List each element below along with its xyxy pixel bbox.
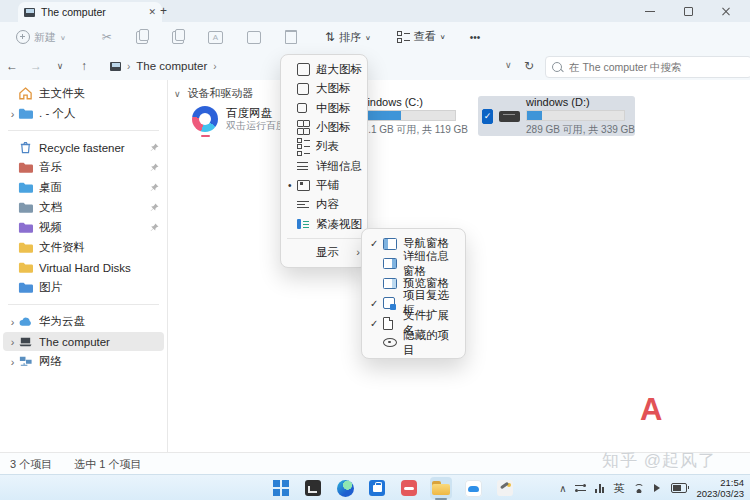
menu-item-small-icons[interactable]: 小图标 bbox=[285, 118, 363, 137]
breadcrumb[interactable]: › The computer › bbox=[110, 60, 217, 72]
back-icon[interactable]: ← bbox=[0, 59, 24, 73]
sidebar-item-recycle[interactable]: Recycle fastener bbox=[14, 138, 164, 157]
search-box[interactable] bbox=[545, 56, 750, 78]
file-explorer-button[interactable] bbox=[430, 477, 452, 499]
sidebar-item-home[interactable]: 主文件夹 bbox=[14, 84, 164, 103]
battery-icon[interactable] bbox=[671, 483, 687, 493]
list-icon bbox=[297, 136, 310, 158]
submenu-item-hidden-items[interactable]: 隐藏的项目 bbox=[366, 333, 461, 353]
equalizer-icon[interactable] bbox=[575, 482, 586, 494]
folder-icon bbox=[18, 106, 33, 121]
wifi-icon[interactable] bbox=[633, 484, 645, 493]
menu-divider bbox=[287, 238, 361, 239]
red-app-button[interactable] bbox=[398, 477, 420, 499]
clock[interactable]: 21:54 2023/03/23 bbox=[696, 477, 744, 499]
cloud-app-icon bbox=[465, 480, 482, 497]
start-button[interactable] bbox=[270, 477, 292, 499]
search-input[interactable] bbox=[567, 60, 745, 74]
small-icons-grid-icon bbox=[297, 120, 308, 135]
store-button[interactable] bbox=[366, 477, 388, 499]
address-dropdown-chevron[interactable]: ∨ bbox=[505, 60, 512, 70]
minimize-button[interactable] bbox=[644, 5, 656, 17]
tab-close-icon[interactable]: ✕ bbox=[148, 7, 156, 17]
rename-icon: A bbox=[208, 31, 223, 44]
sidebar-item-pictures[interactable]: 图片 bbox=[14, 278, 164, 297]
refresh-icon[interactable]: ↻ bbox=[524, 59, 534, 73]
menu-item-show[interactable]: 显示 › bbox=[285, 243, 363, 262]
up-icon[interactable]: ↑ bbox=[72, 59, 96, 73]
menu-item-medium-icons[interactable]: 中图标 bbox=[285, 99, 363, 118]
submenu-item-details-pane[interactable]: 详细信息窗格 bbox=[366, 254, 461, 274]
sidebar-item-music[interactable]: 音乐 bbox=[14, 158, 164, 177]
new-tab-button[interactable]: + bbox=[160, 4, 167, 18]
cut-button[interactable]: ✂ bbox=[96, 30, 118, 44]
sort-button[interactable]: ⇅ 排序 ∨ bbox=[319, 30, 377, 45]
menu-item-list[interactable]: 列表 bbox=[285, 137, 363, 156]
recent-locations-chevron[interactable]: ∨ bbox=[48, 61, 72, 71]
menu-item-compact-view[interactable]: 紧凑视图 bbox=[285, 214, 363, 233]
menu-item-content[interactable]: 内容 bbox=[285, 195, 363, 214]
bird-app-button[interactable] bbox=[494, 477, 516, 499]
expand-chevron-icon[interactable]: › bbox=[7, 108, 18, 120]
folder-icon bbox=[18, 180, 33, 195]
more-options-button[interactable]: ••• bbox=[464, 32, 487, 43]
expand-chevron-icon[interactable]: › bbox=[7, 336, 18, 348]
file-explorer-icon bbox=[432, 481, 450, 495]
sidebar-item-huawei-cloud[interactable]: › 华为云盘 bbox=[3, 312, 164, 331]
sidebar-item-desktop[interactable]: 桌面 bbox=[14, 178, 164, 197]
sidebar-item-videos[interactable]: 视频 bbox=[14, 218, 164, 237]
pin-icon bbox=[149, 162, 160, 173]
view-button[interactable]: 查看 ∨ bbox=[391, 29, 452, 44]
close-button[interactable] bbox=[720, 5, 732, 17]
ime-indicator[interactable]: 英 bbox=[613, 481, 624, 496]
file-extensions-icon bbox=[383, 317, 393, 330]
copy-button[interactable] bbox=[130, 31, 154, 44]
menu-item-details[interactable]: 详细信息 bbox=[285, 156, 363, 175]
navigation-pane-icon bbox=[383, 238, 397, 250]
menu-item-large-icons[interactable]: 大图标 bbox=[285, 79, 363, 98]
item-checkbox[interactable]: ✓ bbox=[482, 109, 493, 124]
sidebar-item-this-pc[interactable]: › The computer bbox=[3, 332, 164, 351]
large-icon bbox=[297, 83, 309, 95]
edge-icon bbox=[337, 480, 354, 497]
delete-button[interactable] bbox=[279, 30, 303, 44]
share-button[interactable] bbox=[241, 31, 267, 44]
medium-icon bbox=[297, 103, 307, 113]
hidden-icons-chevron[interactable]: ∧ bbox=[559, 483, 566, 494]
network-icon bbox=[18, 354, 33, 369]
forward-icon[interactable]: → bbox=[24, 59, 48, 73]
edge-button[interactable] bbox=[334, 477, 356, 499]
sidebar-item-filedata[interactable]: 文件资料 bbox=[14, 238, 164, 257]
search-icon bbox=[552, 62, 562, 72]
dark-app-button[interactable] bbox=[302, 477, 324, 499]
sidebar-item-network[interactable]: › 网络 bbox=[3, 352, 164, 371]
menu-item-extra-large-icons[interactable]: 超大图标 bbox=[285, 60, 363, 79]
section-header[interactable]: ∨ 设备和驱动器 bbox=[174, 86, 254, 101]
paste-button[interactable] bbox=[166, 31, 190, 44]
item-count: 3 个项目 bbox=[10, 457, 52, 472]
drive-d-tile[interactable]: ✓ windows (D:) 289 GB 可用, 共 339 GB bbox=[478, 96, 635, 136]
cloud-app-button[interactable] bbox=[462, 477, 484, 499]
cloud-icon bbox=[18, 314, 33, 329]
share-icon bbox=[247, 31, 261, 44]
sidebar-item-virtual-hard-disks[interactable]: Virtual Hard Disks bbox=[14, 258, 164, 277]
expand-chevron-icon[interactable]: › bbox=[7, 316, 18, 328]
checkmark-icon: ✓ bbox=[370, 238, 383, 249]
maximize-button[interactable] bbox=[682, 5, 694, 17]
expand-chevron-icon[interactable]: › bbox=[7, 356, 18, 368]
breadcrumb-item[interactable]: The computer bbox=[136, 60, 207, 72]
menu-item-tiles[interactable]: • 平铺 bbox=[285, 176, 363, 195]
annotation-letter-a: A bbox=[640, 392, 662, 428]
sidebar-item-personal[interactable]: › . - 个人 bbox=[3, 104, 164, 123]
chevron-down-icon: ∨ bbox=[365, 33, 371, 40]
sidebar-item-documents[interactable]: 文档 bbox=[14, 198, 164, 217]
sort-label: 排序 bbox=[339, 30, 361, 45]
rename-button[interactable]: A bbox=[202, 31, 229, 44]
collapse-chevron-icon[interactable]: ∨ bbox=[174, 89, 181, 99]
volume-icon[interactable] bbox=[654, 484, 664, 492]
details-pane-icon bbox=[383, 258, 397, 270]
new-button[interactable]: 新建 ∨ bbox=[10, 30, 72, 45]
explorer-tab[interactable]: The computer ✕ bbox=[18, 2, 162, 22]
signal-bars-icon[interactable] bbox=[595, 483, 604, 493]
paste-icon bbox=[172, 31, 184, 44]
